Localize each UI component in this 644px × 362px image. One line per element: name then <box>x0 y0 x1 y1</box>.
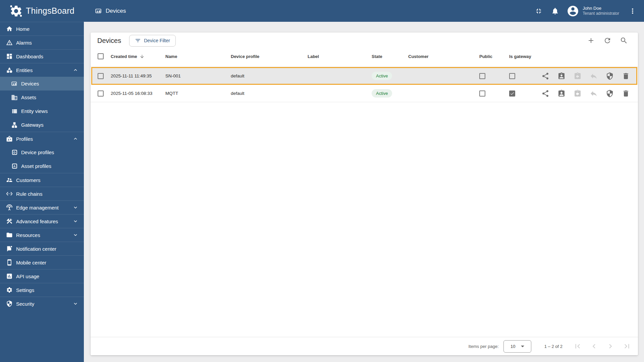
gateways-lan-icon <box>11 122 18 128</box>
unassign-from-customer-icon <box>574 72 582 80</box>
sidebar-item-security[interactable]: Security <box>0 297 84 310</box>
sidebar-item-advanced-features[interactable]: Advanced features <box>0 214 84 228</box>
plus-icon <box>587 37 595 45</box>
column-header-customer[interactable]: Customer <box>408 54 479 59</box>
user-role: Tenant administrator <box>583 11 619 16</box>
sidebar-item-assets[interactable]: Assets <box>0 90 84 104</box>
cell-created-time: 2025-11-05 16:08:33 <box>111 91 165 96</box>
sidebar-item-dashboards[interactable]: Dashboards <box>0 49 84 63</box>
chevron-down-icon <box>72 218 78 224</box>
device-profiles-icon: D <box>11 149 18 156</box>
delete-icon[interactable] <box>622 72 630 80</box>
rule-chains-icon <box>6 190 13 197</box>
sidebar-item-resources[interactable]: Resources <box>0 228 84 242</box>
column-header-is-gateway[interactable]: Is gateway <box>509 54 541 59</box>
api-usage-chart-icon <box>6 273 13 280</box>
top-bar: ThingsBoard Devices John Doe Tenant admi… <box>0 0 644 22</box>
column-header-name[interactable]: Name <box>165 54 231 59</box>
chevron-down-icon <box>72 204 78 210</box>
sidebar-item-entity-views[interactable]: Entity views <box>0 104 84 118</box>
devices-icon <box>11 80 18 87</box>
first-page-icon <box>573 342 582 351</box>
sidebar-item-rule-chains[interactable]: Rule chains <box>0 187 84 200</box>
public-checkbox[interactable] <box>479 90 485 97</box>
select-all-checkbox[interactable] <box>98 53 104 59</box>
sidebar-item-device-profiles[interactable]: D Device profiles <box>0 145 84 159</box>
delete-icon[interactable] <box>622 89 630 98</box>
cell-state: Active <box>372 89 408 98</box>
thingsboard-logo[interactable]: ThingsBoard <box>0 4 84 18</box>
pagination-bar: Items per page: 10 1 – 2 of 2 <box>91 337 638 355</box>
sidebar-item-entities[interactable]: Entities <box>0 63 84 77</box>
sidebar-item-customers[interactable]: Customers <box>0 173 84 187</box>
column-header-label[interactable]: Label <box>308 54 372 59</box>
profiles-badge-icon <box>6 135 13 142</box>
is-gateway-checkbox[interactable] <box>509 90 515 97</box>
row-checkbox[interactable] <box>98 73 104 79</box>
sidebar-item-notification-center[interactable]: Notification center <box>0 242 84 255</box>
make-private-icon <box>590 89 598 98</box>
chevron-up-icon <box>72 136 78 142</box>
card-header: Devices Device Filter <box>91 33 638 46</box>
column-header-state[interactable]: State <box>372 54 408 59</box>
is-gateway-checkbox[interactable] <box>509 73 515 79</box>
manage-credentials-icon[interactable] <box>606 72 614 80</box>
resources-folder-icon <box>6 232 13 238</box>
app-title: ThingsBoard <box>26 6 74 16</box>
filter-icon <box>135 38 141 44</box>
edge-antenna-icon <box>6 204 13 211</box>
sidebar-item-api-usage[interactable]: API usage <box>0 269 84 283</box>
thingsboard-gear-icon <box>9 4 23 18</box>
more-vert-icon[interactable] <box>629 7 637 15</box>
pagination-range: 1 – 2 of 2 <box>544 344 562 349</box>
share-icon[interactable] <box>541 72 549 80</box>
table-header-row: Created time Name Device profile Label S… <box>91 46 638 67</box>
assign-to-customer-icon[interactable] <box>557 72 566 80</box>
column-header-public[interactable]: Public <box>479 54 509 59</box>
refresh-button[interactable] <box>603 37 611 45</box>
cell-created-time: 2025-11-11 11:49:35 <box>111 73 165 78</box>
assets-building-icon <box>11 94 18 101</box>
sidebar-item-profiles[interactable]: Profiles <box>0 132 84 145</box>
user-menu[interactable]: John Doe Tenant administrator <box>567 5 619 17</box>
notification-center-icon <box>6 245 13 252</box>
table-row-mqtt[interactable]: 2025-11-05 16:08:33 MQTT default Active <box>91 85 638 102</box>
notifications-bell-icon[interactable] <box>551 7 559 15</box>
public-checkbox[interactable] <box>479 73 485 79</box>
row-actions <box>541 72 638 80</box>
cell-name: MQTT <box>165 91 231 96</box>
sidebar-item-home[interactable]: Home <box>0 22 84 36</box>
add-device-button[interactable] <box>587 37 595 45</box>
breadcrumb-label: Devices <box>106 8 126 14</box>
sidebar-item-mobile-center[interactable]: Mobile center <box>0 255 84 269</box>
column-header-device-profile[interactable]: Device profile <box>231 54 308 59</box>
sidebar-item-edge-management[interactable]: Edge management <box>0 200 84 214</box>
page-size-select[interactable]: 10 <box>503 340 531 353</box>
sidebar-item-alarms[interactable]: Alarms <box>0 36 84 49</box>
column-header-created-time[interactable]: Created time <box>111 54 165 59</box>
settings-gear-icon <box>6 287 13 293</box>
search-icon <box>620 37 628 45</box>
device-filter-button[interactable]: Device Filter <box>129 35 176 47</box>
table-header-actions <box>587 37 638 45</box>
sort-desc-arrow-icon <box>140 54 145 59</box>
status-badge-active: Active <box>372 89 392 98</box>
sidebar-item-devices[interactable]: Devices <box>0 77 84 90</box>
topbar-actions: John Doe Tenant administrator <box>535 5 644 17</box>
search-button[interactable] <box>620 37 628 45</box>
sidebar-item-asset-profiles[interactable]: A Asset profiles <box>0 159 84 173</box>
assign-to-customer-icon[interactable] <box>557 89 566 98</box>
asset-profiles-icon: A <box>11 163 18 170</box>
share-icon[interactable] <box>541 89 549 98</box>
sidebar-item-settings[interactable]: Settings <box>0 283 84 297</box>
status-badge-active: Active <box>372 72 392 80</box>
table-row-sn-001[interactable]: 2025-11-11 11:49:35 SN-001 default Activ… <box>91 67 637 85</box>
fullscreen-exit-icon[interactable] <box>535 7 543 15</box>
row-checkbox[interactable] <box>98 90 104 97</box>
chevron-down-icon <box>72 301 78 307</box>
entities-category-icon <box>6 67 13 73</box>
advanced-features-tools-icon <box>6 218 13 225</box>
sidebar-item-gateways[interactable]: Gateways <box>0 118 84 132</box>
manage-credentials-icon[interactable] <box>606 89 614 98</box>
pagination-nav <box>573 342 631 351</box>
